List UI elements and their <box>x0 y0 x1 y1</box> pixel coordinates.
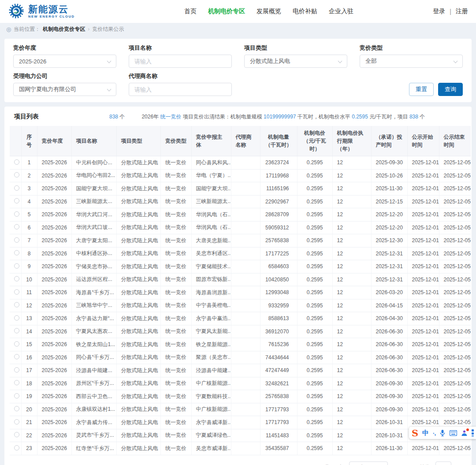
sogou-logo-icon[interactable]: S <box>412 428 418 438</box>
table-row: 122025-2026三峡旭华中宁...分散式陆上风电统一竞价中宁县美橙电...… <box>10 299 471 312</box>
table-cell: 1 <box>21 156 37 170</box>
filter-panel: 竞价年度2025-2026项目名称项目类型分散式陆上风电竞价类型全部受理电力公司… <box>4 39 472 102</box>
table-cell: 2025-2026 <box>37 312 71 325</box>
row-select-cell <box>10 156 21 170</box>
row-radio-button[interactable] <box>14 237 19 243</box>
row-radio-button[interactable] <box>14 198 19 203</box>
project-type-select[interactable]: 分散式陆上风电 <box>244 55 347 68</box>
power-company-label: 受理电力公司 <box>13 72 116 80</box>
logo[interactable]: 新能源云 NEW ENERGY CLOUD <box>8 3 74 21</box>
row-radio-button[interactable] <box>14 328 19 333</box>
ime-more-icon[interactable] <box>472 429 475 436</box>
project-name-textfield[interactable] <box>134 58 226 65</box>
project-name-input[interactable] <box>129 55 232 68</box>
keyboard-icon[interactable] <box>450 430 457 436</box>
table-cell: 2025-2026 <box>37 442 71 455</box>
table-cell: 0.2595 <box>297 169 332 182</box>
table-cell: 17119968 <box>260 169 297 182</box>
summary-text: 项目竞价出清结果：机制电量规模 <box>181 114 264 120</box>
row-radio-button[interactable] <box>14 406 19 411</box>
nav-item-link[interactable]: 企业入驻 <box>329 7 353 15</box>
column-header: 项目类型 <box>116 126 160 156</box>
row-radio-button[interactable] <box>14 445 19 450</box>
row-radio-button[interactable] <box>14 315 19 321</box>
row-radio-button[interactable] <box>14 341 19 347</box>
search-button[interactable]: 查询 <box>438 83 463 96</box>
ime-punctuation-toggle[interactable]: ·, <box>433 430 435 436</box>
table-cell: 分散式陆上风电 <box>116 442 160 455</box>
reset-button[interactable]: 重置 <box>409 83 434 96</box>
table-cell: 2025-2026 <box>37 221 71 234</box>
row-radio-button[interactable] <box>14 354 19 359</box>
table-cell: 2025-12-01 <box>407 208 439 221</box>
nav-item-link[interactable]: 发展概览 <box>257 7 281 15</box>
table-cell: 2026-06-30 <box>371 325 407 338</box>
row-radio-button[interactable] <box>14 432 19 437</box>
agent-name-label: 代理商名称 <box>129 72 232 80</box>
row-select-cell <box>10 390 21 403</box>
row-radio-button[interactable] <box>14 419 19 424</box>
table-cell <box>231 260 260 273</box>
table-cell: 2025-12-05 <box>439 390 471 403</box>
table-cell: 西部云中卫色... <box>71 390 116 403</box>
table-row: 22025-2026华电同心韦田2...分散式陆上风电统一竞价华电（宁夏）...… <box>10 169 471 182</box>
nav-item-link[interactable]: 电价补贴 <box>293 7 317 15</box>
table-cell: 2025-2026 <box>37 247 71 260</box>
row-radio-button[interactable] <box>14 276 19 281</box>
column-header: 公示开始时间 <box>407 126 439 156</box>
table-cell: 分散式陆上风电 <box>116 299 160 312</box>
list-header: 项目列表 838 个 2026年 统一竞价 项目竞价出清结果：机制电量规模 10… <box>10 112 466 121</box>
row-radio-button[interactable] <box>14 250 19 255</box>
table-cell: 12 <box>332 364 371 377</box>
table-cell: 2025-2026 <box>37 351 71 364</box>
nav-item-active[interactable]: 机制电价专区 <box>208 7 245 15</box>
table-cell: 22 <box>21 429 37 442</box>
row-radio-button[interactable] <box>14 185 19 191</box>
row-radio-button[interactable] <box>14 224 19 229</box>
skin-avatar-icon[interactable] <box>461 430 468 436</box>
row-radio-button[interactable] <box>14 367 19 373</box>
column-header: 序号 <box>21 126 37 156</box>
table-cell: 2025-12-20 <box>371 221 407 234</box>
row-select-cell <box>10 286 21 299</box>
row-radio-button[interactable] <box>14 211 19 217</box>
table-cell: 统一竞价 <box>160 169 191 182</box>
bid-type-select[interactable]: 全部 <box>360 55 463 68</box>
microphone-icon[interactable] <box>439 429 446 436</box>
table-cell: 统一竞价 <box>160 390 191 403</box>
row-radio-button[interactable] <box>14 302 19 307</box>
table-cell: 统一竞价 <box>160 442 191 455</box>
breadcrumb-separator: › <box>88 26 89 32</box>
row-radio-button[interactable] <box>14 393 19 399</box>
register-link[interactable]: 注册 <box>456 7 468 15</box>
table-cell: 2026-09-30 <box>371 377 407 390</box>
table-cell: 统一竞价 <box>160 364 191 377</box>
summary-highlight: 838 <box>409 114 418 120</box>
breadcrumb-root[interactable]: 机制电价竞价专区 <box>43 26 85 33</box>
bidding-year-select[interactable]: 2025-2026 <box>13 55 116 68</box>
table-cell: 12 <box>332 247 371 260</box>
table-row: 172025-2026泾源县中能建...分散式陆上风电统一竞价泾源县中能建...… <box>10 364 471 377</box>
table-row: 112025-2026海原县“千乡万...分散式陆上风电统一竞价海原县润原新..… <box>10 286 471 299</box>
table-cell <box>231 364 260 377</box>
row-radio-button[interactable] <box>14 289 19 295</box>
row-radio-button[interactable] <box>14 380 19 385</box>
nav-item-link[interactable]: 首页 <box>184 7 197 15</box>
row-radio-button[interactable] <box>14 172 19 177</box>
table-cell: 12993048 <box>260 286 297 299</box>
goto-page-input[interactable] <box>435 461 451 465</box>
agent-name-textfield[interactable] <box>134 86 226 93</box>
row-radio-button[interactable] <box>14 263 19 269</box>
row-radio-button[interactable] <box>14 159 19 165</box>
agent-name-input[interactable] <box>129 83 232 96</box>
table-cell: 2025-12-05 <box>439 338 471 351</box>
table-cell: 2025-2026 <box>37 286 71 299</box>
table-cell: 永康镇双达村1... <box>71 403 116 416</box>
row-select-cell <box>10 338 21 351</box>
page-size-select[interactable]: 50条/页 <box>349 461 388 465</box>
bid-type-label: 竞价类型 <box>360 44 463 52</box>
power-company-select[interactable]: 国网宁夏电力有限公司 <box>13 83 116 96</box>
ime-language-toggle[interactable]: 中 <box>422 429 429 437</box>
login-link[interactable]: 登录 <box>433 7 445 15</box>
table-cell: 2025-12-01 <box>407 377 439 390</box>
